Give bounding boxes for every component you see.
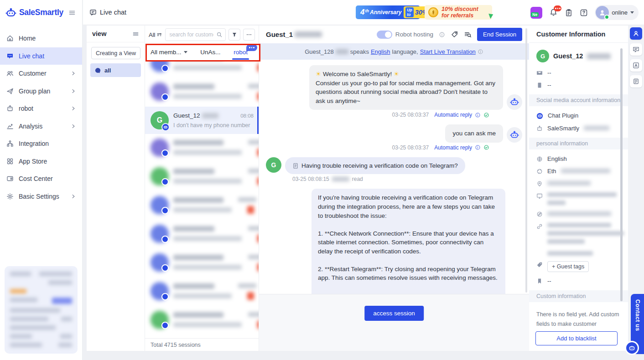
more-options-button[interactable] [243, 29, 255, 41]
info-icon[interactable] [439, 31, 445, 38]
guest-tags-row: + Guest tags [529, 258, 628, 275]
robot-hosting-toggle[interactable] [377, 31, 392, 39]
info-icon[interactable] [475, 144, 481, 150]
session-list-item[interactable] [145, 278, 259, 306]
sidebar-item-basic-settings[interactable]: Basic Settings [0, 188, 82, 206]
anniversary-banner[interactable]: 4th Anniversary Up to30% [356, 5, 420, 19]
brand-logo[interactable]: SaleSmartly [0, 0, 82, 25]
info-icon[interactable] [475, 112, 481, 118]
sidebar-item-robot[interactable]: robot [0, 100, 82, 118]
contact-us-tab[interactable]: Contact us [631, 294, 644, 354]
tab-all-members[interactable]: All memb... [151, 49, 187, 56]
redacted-text [173, 265, 242, 270]
view-menu-icon[interactable] [132, 31, 139, 37]
sidebar-item-cost-center[interactable]: Cost Center [0, 170, 82, 188]
redacted-text [173, 84, 214, 89]
redacted-text [173, 255, 223, 260]
app: SaleSmartly Home Live chat Customer Grou… [0, 0, 644, 360]
sidebar-item-live-chat[interactable]: Live chat [0, 47, 82, 65]
session-item-selected[interactable]: G Guest_12 08:08 I don't have my phone n… [145, 107, 259, 134]
redacted-text [248, 140, 259, 144]
whats-new-button[interactable]: Ne [530, 7, 542, 19]
session-list-item[interactable] [145, 220, 259, 249]
customer-info-tab-button[interactable] [630, 27, 642, 40]
session-rows-after [145, 134, 259, 335]
chat-scrollbar[interactable] [525, 28, 527, 293]
creating-a-view-button[interactable]: Creating a View [91, 47, 140, 59]
sort-dropdown[interactable]: All [149, 31, 162, 38]
redacted-unread-badge [257, 93, 259, 100]
start-live-translation-link[interactable]: Start Live Translation [420, 48, 476, 55]
notification-badge [554, 5, 561, 11]
tag-icon[interactable] [451, 31, 458, 38]
session-list-item[interactable] [145, 191, 259, 220]
tab-unassigned[interactable]: UnAs... [200, 49, 220, 56]
session-list-item[interactable] [145, 61, 259, 78]
phone-row: -- [529, 79, 628, 91]
view-item-all[interactable]: all [90, 63, 141, 77]
page-title: Live chat [89, 9, 126, 16]
session-list-item[interactable] [145, 249, 259, 278]
chat-footer: access session [259, 294, 529, 351]
redacted-text [248, 255, 259, 259]
filter-button[interactable] [229, 29, 240, 41]
notes-tab-button[interactable] [630, 75, 642, 87]
redacted-text [547, 181, 591, 185]
social-section-header: Social media account information [529, 94, 628, 106]
session-list-item[interactable] [145, 78, 259, 107]
redacted-unread-badge [257, 321, 259, 329]
redacted-text [248, 169, 259, 173]
sidebar-item-label: Live chat [19, 52, 44, 60]
profile-menu[interactable]: online [595, 5, 639, 20]
plan-usage-widget[interactable] [5, 266, 78, 354]
avatar [596, 6, 609, 19]
chat-guest-name: Guest_1 [266, 31, 293, 38]
chat-header: Guest_1 Robot hosting End Session [259, 26, 529, 43]
language-link[interactable]: English [371, 48, 390, 55]
help-icon[interactable] [580, 9, 588, 17]
sidebar-item-group-plan[interactable]: Group plan [0, 82, 82, 100]
sidebar-item-label: Customer [19, 70, 47, 77]
redacted-unread-badge [257, 64, 259, 72]
referral-banner[interactable]: 10% discount for referrals [425, 5, 492, 20]
redacted-unread-badge [247, 206, 254, 214]
add-guest-tags-button[interactable]: + Guest tags [547, 261, 589, 272]
topbar: Live chat 4th Anniversary Up to30% 10% d… [83, 0, 644, 25]
redacted-text [10, 272, 31, 276]
quick-replies-tab-button[interactable] [630, 43, 642, 56]
redacted-badge [10, 289, 26, 293]
collapse-sidebar-icon[interactable] [68, 9, 76, 16]
guest-avatar: G [266, 157, 281, 173]
redacted-text [173, 150, 242, 155]
translation-tab-button[interactable] [630, 59, 642, 72]
ellipsis-icon [246, 31, 252, 38]
notifications-button[interactable] [549, 8, 558, 17]
access-session-button[interactable]: access session [364, 306, 424, 321]
session-list-item[interactable] [145, 306, 259, 335]
end-session-button[interactable]: End Session [477, 28, 522, 41]
clipboard-icon[interactable] [565, 9, 573, 17]
automatic-reply-tag[interactable]: Automatic reply [434, 144, 472, 151]
info-icon[interactable] [478, 49, 483, 55]
sidebar-item-analysis[interactable]: Analysis [0, 118, 82, 135]
search-messages-icon[interactable] [464, 31, 472, 38]
session-list-item[interactable] [145, 163, 259, 191]
sun-icon: ☀ [316, 71, 321, 77]
add-to-blacklist-button[interactable]: Add to blacklist [535, 331, 618, 345]
automatic-reply-tag[interactable]: Automatic reply [434, 112, 472, 118]
redacted-text [248, 84, 259, 88]
panel-scrollbar[interactable] [620, 48, 623, 301]
redacted-text [58, 343, 72, 347]
delivered-check-icon [483, 144, 489, 150]
tab-robot[interactable]: robot [234, 49, 248, 56]
sidebar-item-app-store[interactable]: App Store [0, 153, 82, 170]
redacted-session-side [246, 139, 259, 163]
sidebar-item-integration[interactable]: Integration [0, 135, 82, 153]
redacted-text [173, 169, 214, 174]
redacted-text [173, 226, 214, 231]
message-meta: 03-25 08:08:15 read [266, 176, 522, 182]
sidebar-item-home[interactable]: Home [0, 30, 82, 47]
custom-info-empty-text: There is no field yet. Add custom fields… [529, 305, 628, 331]
sidebar-item-customer[interactable]: Customer [0, 65, 82, 82]
session-list-item[interactable] [145, 134, 259, 163]
